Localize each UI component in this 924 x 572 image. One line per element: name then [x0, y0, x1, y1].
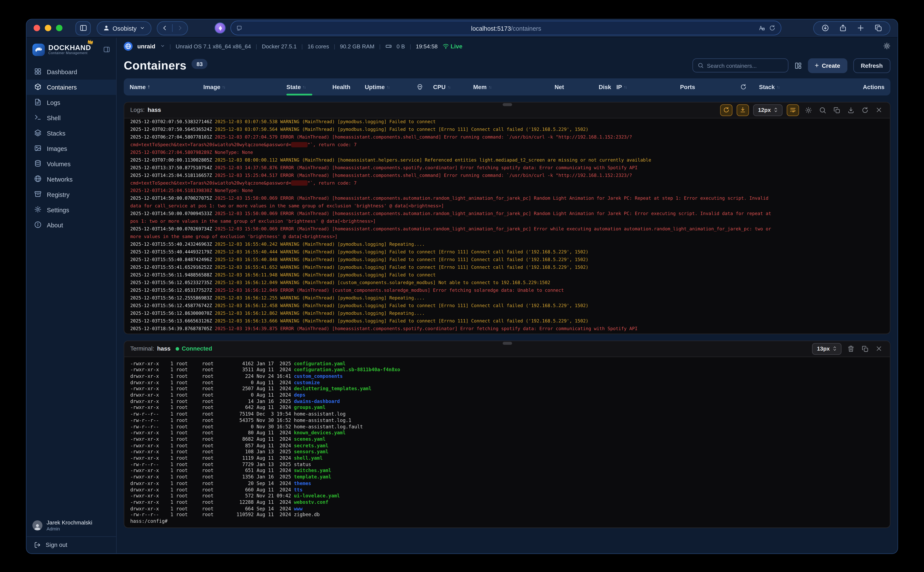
file-name: deps [294, 392, 305, 398]
file-name: configuration.yaml.sb-8811b40a-f4n8xo [294, 367, 400, 373]
browser-extension-icon[interactable] [215, 22, 226, 34]
terminal-row: -rwxr-xr-x 1 root root 2507 Aug 11 2024 … [130, 385, 884, 392]
reload-button[interactable] [769, 25, 776, 31]
networks-icon [34, 175, 42, 183]
file-name: sensors.yaml [294, 449, 328, 455]
user-profile[interactable]: Jarek Krochmalski Admin [26, 514, 116, 536]
settings-gear-icon [34, 206, 42, 213]
column-header-refresh[interactable] [740, 78, 747, 95]
close-logs-button[interactable] [874, 105, 884, 115]
column-header-image[interactable]: Image↑↓ [203, 78, 225, 95]
column-header-name[interactable]: Name↑ [130, 78, 150, 95]
terminal-row: -rwxr-xr-x 1 root root 1356 Jan 16 2025 … [130, 474, 884, 480]
sidebar-item-volumes[interactable]: Volumes [26, 156, 116, 171]
browser-sidebar-toggle[interactable] [75, 21, 91, 35]
search-logs-button[interactable] [817, 105, 827, 115]
create-button[interactable]: + Create [808, 58, 847, 73]
sidebar-item-settings[interactable]: Settings [26, 202, 116, 217]
layout-toggle-icon[interactable] [794, 62, 802, 69]
column-header-state[interactable]: State↑↓ [286, 78, 306, 95]
refresh-logs-button[interactable] [860, 105, 870, 115]
terminal-row: drwxr-xr-x 1 root root 20 Sep 14 2024 th… [130, 480, 884, 487]
close-window-button[interactable] [34, 25, 40, 31]
copy-logs-button[interactable] [831, 105, 842, 115]
back-button[interactable] [162, 25, 168, 31]
tab-overview-button[interactable] [874, 24, 882, 32]
server-selector[interactable]: unraid [137, 43, 155, 49]
translate-icon[interactable] [759, 25, 765, 31]
file-name: shell.yaml [294, 455, 323, 461]
log-line: 2025-12-03T18:54:39.876878705Z 2025-12-0… [130, 324, 884, 332]
docker-version: Docker 27.5.1 [262, 43, 297, 49]
address-bar[interactable]: localhost:5173/containers [231, 21, 782, 36]
clear-terminal-button[interactable] [846, 344, 856, 354]
file-name: themes [294, 480, 311, 486]
auto-refresh-toggle[interactable] [720, 104, 733, 116]
sidebar-item-images[interactable]: Images [26, 141, 116, 156]
share-icon[interactable] [839, 24, 847, 32]
column-header-ports[interactable]: Ports [680, 78, 695, 95]
downloads-button[interactable] [822, 24, 829, 32]
terminal-font-size-select[interactable]: 13px [812, 343, 842, 354]
column-header-oom[interactable] [416, 78, 423, 95]
sign-out-button[interactable]: Sign out [26, 536, 116, 553]
sidebar-item-registry[interactable]: Registry [26, 187, 116, 202]
sidebar-item-label: Shell [47, 114, 61, 121]
refresh-button[interactable]: Refresh [853, 58, 890, 73]
updown-chevron-icon [774, 107, 778, 112]
forward-button[interactable] [177, 25, 183, 31]
search-input[interactable] [707, 62, 783, 68]
terminal-row: drwxr-xr-x 1 root root 0 Aug 11 2024 cus… [130, 379, 884, 386]
plus-icon: + [815, 61, 819, 70]
terminal-row: -rw-r--r-- 1 root root 54375 Nov 30 16:5… [130, 417, 884, 423]
column-header-disk[interactable]: Disk [599, 78, 611, 95]
download-logs-button[interactable] [846, 105, 856, 115]
close-terminal-button[interactable] [874, 344, 884, 354]
log-line: 2025-12-03T15:56:12.458776742Z 2025-12-0… [130, 302, 884, 309]
browser-profile-button[interactable]: Osobisty [97, 21, 152, 35]
collapse-sidebar-icon[interactable] [103, 46, 110, 53]
sidebar-item-label: Containers [47, 83, 77, 90]
column-header-cpu[interactable]: CPU↑↓ [433, 78, 450, 95]
logout-icon [34, 541, 41, 548]
terminal-row: -rwxr-xr-x 1 root root 8682 Aug 11 2024 … [130, 436, 884, 442]
new-tab-button[interactable] [857, 24, 865, 32]
url-text: localhost:5173/containers [231, 25, 781, 31]
column-header-health[interactable]: Health [332, 78, 351, 95]
log-content[interactable]: 2025-12-03T02:07:50.538327146Z 2025-12-0… [124, 118, 890, 333]
log-line: 2025-12-03T15:55:41.652916252Z 2025-12-0… [130, 263, 884, 271]
sidebar-item-networks[interactable]: Networks [26, 171, 116, 187]
sidebar-item-label: Volumes [47, 160, 70, 167]
volumes-icon [34, 160, 42, 167]
terminal-row: -rwxr-xr-x 1 root root 642 Aug 11 2024 g… [130, 404, 884, 411]
live-label: Live [450, 43, 462, 49]
theme-toggle[interactable] [883, 42, 890, 50]
log-line: 2025-12-03T13:37:50.877510754Z 2025-12-0… [130, 163, 884, 171]
sidebar-item-dashboard[interactable]: Dashboard [26, 64, 116, 79]
panel-resize-handle[interactable] [502, 341, 512, 344]
sidebar-item-shell[interactable]: Shell [26, 110, 116, 125]
column-header-mem[interactable]: Mem↑↓ [473, 78, 491, 95]
os-version: Unraid OS 7.1 x86_64 x86_64 [175, 43, 251, 49]
images-icon [34, 145, 42, 152]
column-header-ip[interactable]: IP↑↓ [617, 78, 627, 95]
sidebar-item-containers[interactable]: Containers [26, 79, 116, 95]
column-header-stack[interactable]: Stack↑↓ [759, 78, 780, 95]
maximize-window-button[interactable] [56, 25, 62, 31]
follow-bottom-toggle[interactable] [737, 104, 749, 116]
terminal-content[interactable]: -rwxr-xr-x 1 root root 4162 Jan 17 2025 … [124, 357, 890, 527]
sidebar: DOCKHAND Container Management Dashboard [26, 37, 116, 553]
column-header-net[interactable]: Net [554, 78, 564, 95]
avatar [33, 520, 42, 530]
column-header-uptime[interactable]: Uptime↑↓ [365, 78, 390, 95]
minimize-window-button[interactable] [45, 25, 51, 31]
wrap-lines-toggle[interactable] [787, 104, 799, 116]
panel-resize-handle[interactable] [502, 103, 512, 106]
sidebar-item-logs[interactable]: Logs [26, 95, 116, 110]
dim-toggle[interactable] [803, 105, 813, 115]
copy-terminal-button[interactable] [860, 344, 870, 354]
sidebar-item-stacks[interactable]: Stacks [26, 125, 116, 141]
sidebar-item-about[interactable]: About [26, 217, 116, 233]
containers-table-header: Name↑ Image↑↓ State↑↓ Health Uptime↑↓ CP… [124, 78, 891, 95]
log-font-size-select[interactable]: 12px [753, 104, 783, 116]
